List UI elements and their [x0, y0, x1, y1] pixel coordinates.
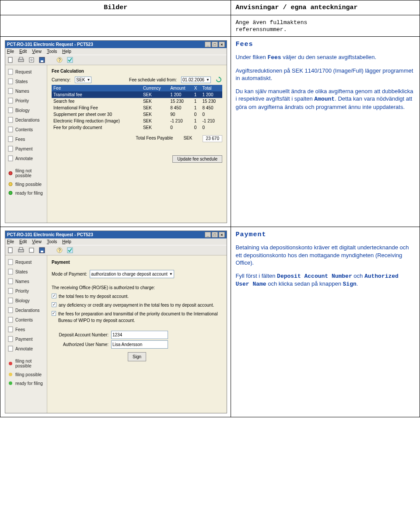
menu-help[interactable]: Help	[62, 239, 71, 244]
preview-icon[interactable]	[28, 56, 35, 63]
schedule-select[interactable]: 01.02.2006▼	[181, 77, 211, 83]
sidebar-item-fees[interactable]: Fees	[5, 134, 47, 144]
menu-file[interactable]: File	[7, 239, 14, 244]
sidebar-item-priority[interactable]: Priority	[5, 286, 47, 296]
table-row[interactable]: Transmittal feeSEK1 20011 200	[52, 91, 222, 98]
fees-text-p3: Du kan själv manuellt ändra de olika avg…	[235, 87, 415, 111]
sidebar-item-names[interactable]: Names	[5, 86, 47, 96]
close-button[interactable]: ×	[219, 42, 225, 47]
sidebar-item-fees[interactable]: Fees	[5, 325, 47, 334]
mode-label: Mode of Payment:	[52, 271, 87, 277]
menu-edit[interactable]: Edit	[19, 49, 27, 54]
save-icon[interactable]	[38, 247, 46, 254]
row-payment: PCT-RO-101 Electronic Request - PCT523 _…	[0, 227, 420, 417]
sidebar-item-names[interactable]: Names	[5, 276, 47, 286]
svg-rect-41	[8, 346, 13, 351]
sidebar-item-request[interactable]: Request	[5, 67, 47, 77]
svg-point-22	[9, 191, 12, 195]
payment-text-heading: Payment	[235, 231, 415, 239]
svg-rect-16	[8, 127, 13, 132]
svg-rect-14	[8, 108, 13, 113]
payment-text-p1: Betalning via depositionskonto kräver et…	[235, 244, 415, 267]
svg-rect-36	[8, 298, 13, 303]
refresh-icon[interactable]	[215, 76, 222, 83]
svg-rect-24	[18, 249, 24, 252]
intro-line1: Ange även fullmaktens	[235, 19, 307, 26]
currency-select[interactable]: SEK▼	[75, 77, 91, 83]
window-titlebar: PCT-RO-101 Electronic Request - PCT523 _…	[5, 41, 227, 48]
save-icon[interactable]	[38, 56, 46, 63]
menu-view[interactable]: View	[32, 49, 42, 54]
menu-tools[interactable]: Tools	[47, 49, 57, 54]
chk-total-fees[interactable]: ✓the total fees to my deposit account.	[52, 293, 222, 300]
sidebar-item-request[interactable]: Request	[5, 257, 47, 267]
sidebar-item-states[interactable]: States	[5, 77, 47, 86]
acct-input[interactable]: 1234	[111, 331, 168, 339]
svg-rect-35	[8, 288, 13, 294]
minimize-button[interactable]: _	[205, 42, 211, 47]
svg-rect-25	[19, 248, 23, 249]
sidebar-item-payment[interactable]: Payment	[5, 144, 47, 154]
maximize-button[interactable]: □	[212, 42, 218, 47]
sidebar-item-contents[interactable]: Contents	[5, 315, 47, 325]
user-input[interactable]: Lisa Andersson	[111, 340, 168, 349]
new-icon[interactable]	[7, 56, 14, 63]
sidebar: Request States Names Priority Biology De…	[5, 65, 47, 223]
menu-view[interactable]: View	[32, 239, 42, 244]
sidebar-item-annotate[interactable]: Annotate	[5, 154, 47, 163]
minimize-button[interactable]: _	[205, 232, 211, 238]
sidebar-item-states[interactable]: States	[5, 267, 47, 276]
table-row[interactable]: Fee for priority documentSEK000	[52, 124, 222, 131]
maximize-button[interactable]: □	[212, 232, 218, 238]
schedule-label: Fee schedule valid from:	[129, 77, 177, 82]
svg-text:?: ?	[58, 248, 61, 253]
print-icon[interactable]	[18, 247, 24, 254]
preview-icon[interactable]	[28, 247, 35, 254]
fees-heading: Fee Calculation	[52, 69, 222, 73]
payment-text-cell: Payment Betalning via depositionskonto k…	[231, 227, 420, 417]
fees-text-heading: Fees	[235, 40, 415, 49]
window-body: Request States Names Priority Biology De…	[5, 65, 227, 223]
svg-rect-10	[8, 69, 13, 74]
svg-point-44	[9, 381, 12, 385]
print-icon[interactable]	[18, 56, 24, 63]
svg-rect-1	[18, 59, 24, 62]
chk-priority-doc[interactable]: ✓the fees for preparation and transmitta…	[52, 311, 222, 324]
svg-rect-39	[8, 327, 13, 332]
check-icon[interactable]	[66, 247, 74, 254]
menu-file[interactable]: File	[7, 49, 14, 54]
close-button[interactable]: ×	[219, 232, 225, 238]
intro-line2: referensnummer.	[235, 26, 287, 33]
menu-edit[interactable]: Edit	[19, 239, 27, 244]
sign-button[interactable]: Sign	[128, 352, 146, 361]
sidebar-item-priority[interactable]: Priority	[5, 96, 47, 105]
fees-main: Fee Calculation Currency: SEK▼ Fee sched…	[47, 65, 227, 223]
help-icon[interactable]: ?	[56, 56, 63, 63]
table-row[interactable]: Electronic Filing reduction (Image)SEK-1…	[52, 118, 222, 124]
menu-tools[interactable]: Tools	[47, 239, 57, 244]
svg-rect-38	[8, 317, 13, 322]
mode-select[interactable]: authorization to charge deposit account▼	[90, 270, 174, 278]
auth-text: The receiving Office (RO/SE) is authoriz…	[52, 284, 222, 291]
acct-label: Deposit Account Number:	[52, 332, 108, 338]
sidebar-item-declarations[interactable]: Declarations	[5, 305, 47, 315]
sidebar-item-annotate[interactable]: Annotate	[5, 344, 47, 353]
help-icon[interactable]: ?	[56, 247, 63, 254]
payment-text-p2: Fyll först i fälten Deposit Account Numb…	[235, 272, 415, 288]
sidebar-item-biology[interactable]: Biology	[5, 105, 47, 115]
payment-heading: Payment	[52, 259, 222, 266]
check-icon[interactable]	[66, 56, 74, 63]
chk-deficiency[interactable]: ✓any deficiency or credit any overpaymen…	[52, 302, 222, 308]
sidebar-item-declarations[interactable]: Declarations	[5, 115, 47, 125]
svg-rect-19	[8, 156, 13, 161]
new-icon[interactable]	[7, 247, 14, 254]
menu-help[interactable]: Help	[62, 49, 71, 54]
table-row[interactable]: International Filing FeeSEK8 45018 450	[52, 105, 222, 111]
update-fee-schedule-button[interactable]: Update fee schedule	[172, 155, 222, 163]
sidebar-item-payment[interactable]: Payment	[5, 334, 47, 344]
table-row[interactable]: Supplement per sheet over 30SEK9000	[52, 111, 222, 118]
sidebar-item-contents[interactable]: Contents	[5, 125, 47, 134]
status-ready: ready for filing	[5, 379, 47, 388]
table-row[interactable]: Search feeSEK15 230115 230	[52, 98, 222, 105]
sidebar-item-biology[interactable]: Biology	[5, 296, 47, 305]
